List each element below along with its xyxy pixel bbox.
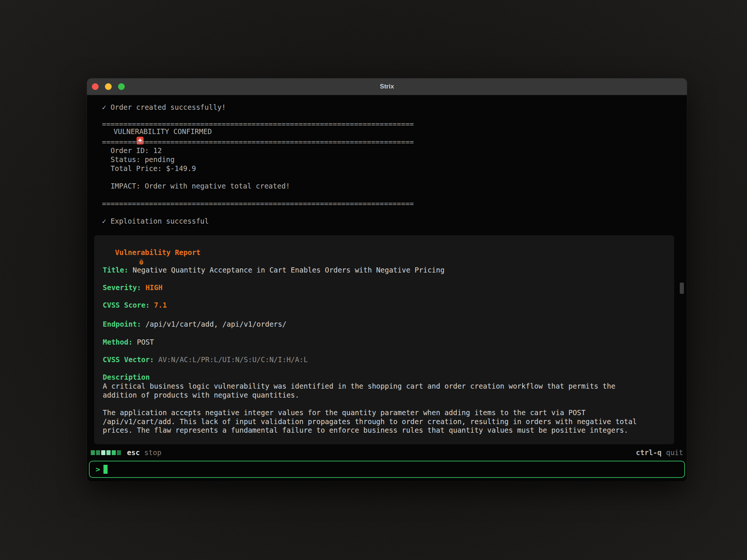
report-header-text: Vulnerability Report [115,248,201,257]
report-endpoint-row: Endpoint: /api/v1/cart/add, /api/v1/orde… [103,320,286,329]
report-method-row: Method: POST [103,337,154,346]
spinner-dot [96,450,100,455]
vulnerability-confirmed-text: VULNERABILITY CONFIRMED [114,127,212,136]
description-text: /api/v1/cart/add. This lack of input val… [103,417,637,426]
total-price-line: Total Price: $-149.9 [102,164,196,173]
exploitation-success-line: ✓ Exploitation successful [102,217,209,225]
title-value: Negative Quantity Acceptance in Cart Ena… [133,266,444,274]
method-value: POST [137,338,154,346]
report-cvss-score-row: CVSS Score: 7.1 [103,301,167,309]
text-cursor [103,465,108,474]
description-text: A critical business logic vulnerability … [103,382,616,391]
separator-line: ========================================… [102,199,414,208]
spinner-dot [91,450,95,455]
spinner-dot [112,450,116,455]
severity-label: Severity: [103,283,141,292]
esc-action-label: stop [144,448,161,457]
method-label: Method: [103,338,133,346]
report-cvss-vector-row: CVSS Vector: AV:N/AC:L/PR:L/UI:N/S:U/C:N… [103,355,308,364]
cvss-score-label: CVSS Score: [103,301,150,309]
titlebar: Strix [87,78,687,95]
severity-value: HIGH [145,283,162,292]
cvss-vector-value: AV:N/AC:L/PR:L/UI:N/S:U/C:N/I:H/A:L [158,355,308,364]
app-window: Strix ✓ Order created successfully! ====… [87,78,687,482]
order-success-line: ✓ Order created successfully! [102,103,226,112]
endpoint-label: Endpoint: [103,320,141,328]
cvss-vector-label: CVSS Vector: [103,355,154,364]
activity-spinner [91,450,121,455]
scrollbar-thumb[interactable] [680,283,684,294]
description-text: addition of products with negative quant… [103,391,299,399]
report-severity-row: Severity: HIGH [103,283,162,292]
vulnerability-confirmed-line: VULNERABILITY CONFIRMED [102,127,212,136]
siren-icon [102,127,109,136]
order-status-line: Status: pending [102,155,174,164]
vulnerability-report-panel: Vulnerability Report Title: Negative Qua… [94,235,674,444]
description-text: The application accepts negative integer… [103,408,586,417]
window-title: Strix [87,78,687,95]
impact-line: IMPACT: Order with negative total create… [102,181,290,190]
spinner-dot [101,450,105,455]
endpoint-value: /api/v1/cart/add, /api/v1/orders/ [145,320,286,328]
order-id-line: Order ID: 12 [102,146,162,155]
prompt-symbol: > [96,465,100,474]
cvss-score-value: 7.1 [154,301,167,309]
quit-action-label: quit [666,448,683,457]
esc-key-hint[interactable]: esc [127,448,140,457]
spinner-dot [106,450,111,455]
description-text: prices. The flaw represents a fundamenta… [103,426,628,435]
spinner-dot [117,450,121,455]
description-heading: Description [103,373,150,382]
report-header: Vulnerability Report [103,248,201,257]
title-label: Title: [103,266,128,274]
spider-icon [103,248,111,257]
status-bar: esc stop ctrl-q quit [91,447,683,458]
quit-key-hint[interactable]: ctrl-q [636,448,662,457]
separator-line: ========================================… [102,137,414,146]
command-input[interactable]: > [89,461,685,478]
report-title-row: Title: Negative Quantity Acceptance in C… [103,265,444,274]
